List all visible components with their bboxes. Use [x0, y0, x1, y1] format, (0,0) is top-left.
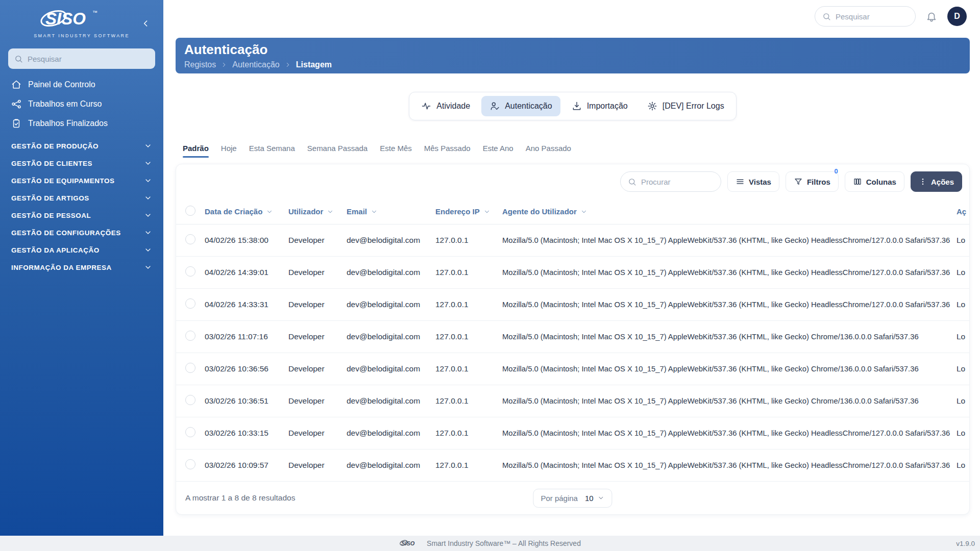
- sidebar-search[interactable]: [8, 48, 155, 69]
- topbar-search-input[interactable]: [836, 12, 908, 21]
- cell-email: dev@belodigital.com: [347, 353, 435, 385]
- auth-log-table: Data de Criação Utilizador Email Endereç…: [176, 199, 969, 482]
- tab-atividade[interactable]: Atividade: [413, 96, 478, 116]
- cell-user: Developer: [288, 417, 347, 449]
- filter-tab-este-mes[interactable]: Este Mês: [380, 144, 412, 158]
- views-button[interactable]: Vistas: [727, 171, 779, 192]
- column-header-date[interactable]: Data de Criação: [205, 199, 288, 224]
- tab-label: [DEV] Error Logs: [663, 102, 724, 111]
- topbar-search[interactable]: [815, 6, 916, 27]
- columns-icon: [853, 177, 862, 186]
- content: Autenticação Registos Autenticação Lista…: [163, 33, 980, 536]
- chevron-right-icon: [284, 61, 291, 68]
- select-all-checkbox[interactable]: [185, 206, 195, 216]
- views-label: Vistas: [749, 178, 771, 186]
- row-checkbox[interactable]: [185, 395, 195, 405]
- row-checkbox[interactable]: [185, 266, 195, 277]
- filter-tab-esta-semana[interactable]: Esta Semana: [249, 144, 295, 158]
- sort-icon: [327, 208, 334, 215]
- clipboard-check-icon: [11, 118, 21, 129]
- table-search[interactable]: [620, 171, 721, 192]
- sidebar-group-gestao-de-equipamentos[interactable]: GESTÃO DE EQUIPAMENTOS: [0, 172, 163, 189]
- module-tabs-wrap: Atividade Autenticação Importação: [176, 92, 970, 120]
- logo-tagline: SMART INDUSTRY SOFTWARE: [34, 33, 130, 38]
- filter-tab-semana-passada[interactable]: Semana Passada: [307, 144, 368, 158]
- tab-importacao[interactable]: Importação: [564, 96, 636, 116]
- chevron-down-icon: [598, 494, 605, 502]
- cell-user-agent: Mozilla/5.0 (Macintosh; Intel Mac OS X 1…: [502, 257, 957, 289]
- columns-button[interactable]: Colunas: [845, 171, 904, 192]
- sidebar-item-trabalhos-finalizados[interactable]: Trabalhos Finalizados: [0, 114, 163, 133]
- cell-date: 03/02/26 10:36:51: [205, 385, 288, 417]
- breadcrumb-registos[interactable]: Registos: [184, 60, 216, 69]
- column-header-user[interactable]: Utilizador: [288, 199, 347, 224]
- cell-user-agent: Mozilla/5.0 (Macintosh; Intel Mac OS X 1…: [502, 385, 957, 417]
- tab-autenticacao[interactable]: Autenticação: [481, 96, 560, 116]
- row-checkbox[interactable]: [185, 298, 195, 309]
- home-icon: [11, 80, 21, 90]
- column-header-ip[interactable]: Endereço IP: [435, 199, 502, 224]
- activity-icon: [421, 101, 431, 111]
- sidebar-group-gestao-da-aplicacao[interactable]: GESTÃO DA APLICAÇÃO: [0, 241, 163, 259]
- row-checkbox[interactable]: [185, 234, 195, 244]
- import-icon: [572, 101, 582, 111]
- row-checkbox[interactable]: [185, 459, 195, 469]
- sidebar-search-input[interactable]: [28, 55, 149, 63]
- page-header: Autenticação Registos Autenticação Lista…: [176, 38, 970, 73]
- cell-user-agent: Mozilla/5.0 (Macintosh; Intel Mac OS X 1…: [502, 449, 957, 482]
- sidebar-group-informacao-da-empresa[interactable]: INFORMAÇÃO DA EMPRESA: [0, 259, 163, 276]
- sidebar-group-label: INFORMAÇÃO DA EMPRESA: [11, 264, 112, 271]
- per-page-select[interactable]: Por página 10: [533, 489, 612, 508]
- search-icon: [14, 55, 23, 63]
- tab-dev-error-logs[interactable]: [DEV] Error Logs: [639, 96, 732, 116]
- sidebar-group-gestao-de-producao[interactable]: GESTÃO DE PRODUÇÃO: [0, 137, 163, 155]
- cell-user: Developer: [288, 353, 347, 385]
- workflow-icon: [11, 99, 21, 109]
- results-summary: A mostrar 1 a 8 de 8 resultados: [185, 493, 295, 503]
- row-checkbox[interactable]: [185, 363, 195, 373]
- filter-tab-mes-passado[interactable]: Mês Passado: [424, 144, 471, 158]
- row-checkbox[interactable]: [185, 427, 195, 437]
- column-header-user-agent[interactable]: Agente do Utilizador: [502, 199, 957, 224]
- funnel-icon: [794, 177, 803, 186]
- filter-tab-hoje[interactable]: Hoje: [221, 144, 237, 158]
- logo-title: SISO: [45, 9, 86, 28]
- sidebar-item-trabalhos-em-curso[interactable]: Trabalhos em Curso: [0, 94, 163, 114]
- filter-tab-este-ano[interactable]: Este Ano: [483, 144, 513, 158]
- actions-button[interactable]: Ações: [911, 171, 962, 192]
- filters-button[interactable]: 0 Filtros: [786, 171, 839, 192]
- per-page-label: Por página: [541, 494, 578, 503]
- table-wrap: Data de Criação Utilizador Email Endereç…: [176, 199, 969, 482]
- sidebar-collapse-icon[interactable]: [141, 18, 151, 29]
- sidebar-group-gestao-de-clientes[interactable]: GESTÃO DE CLIENTES: [0, 155, 163, 172]
- column-header-email[interactable]: Email: [347, 199, 435, 224]
- filter-tabs: Padrão Hoje Esta Semana Semana Passada E…: [176, 144, 970, 158]
- notifications-bell-icon[interactable]: [926, 11, 937, 22]
- row-checkbox[interactable]: [185, 331, 195, 341]
- table-search-input[interactable]: [641, 178, 714, 186]
- cell-date: 04/02/26 15:38:00: [205, 224, 288, 257]
- dots-vertical-icon: [919, 178, 927, 186]
- sidebar-item-label: Painel de Controlo: [28, 80, 95, 89]
- sidebar-group-gestao-de-configuracoes[interactable]: GESTÃO DE CONFIGURAÇÕES: [0, 224, 163, 241]
- chevron-down-icon: [144, 263, 152, 271]
- table-row: 03/02/26 10:33:15 Developer dev@belodigi…: [176, 417, 969, 449]
- filter-tab-padrao[interactable]: Padrão: [183, 144, 209, 158]
- table-row: 03/02/26 10:36:51 Developer dev@belodigi…: [176, 385, 969, 417]
- card-toolbar: Vistas 0 Filtros Colunas: [176, 164, 969, 199]
- siso-logo: SISO ™ SMART INDUSTRY SOFTWARE: [0, 0, 163, 38]
- sidebar-group-gestao-de-artigos[interactable]: GESTÃO DE ARTIGOS: [0, 189, 163, 207]
- cell-date: 03/02/26 10:33:15: [205, 417, 288, 449]
- filter-tab-ano-passado[interactable]: Ano Passado: [526, 144, 571, 158]
- cell-email: dev@belodigital.com: [347, 417, 435, 449]
- column-header-action[interactable]: Aç: [957, 199, 969, 224]
- cell-action: Lo: [957, 417, 969, 449]
- avatar[interactable]: D: [947, 7, 967, 26]
- sidebar-item-painel-de-controlo[interactable]: Painel de Controlo: [0, 75, 163, 94]
- page-footer: SISO Smart Industry Software™ – All Righ…: [0, 536, 980, 551]
- cell-user-agent: Mozilla/5.0 (Macintosh; Intel Mac OS X 1…: [502, 353, 957, 385]
- cell-user-agent: Mozilla/5.0 (Macintosh; Intel Mac OS X 1…: [502, 321, 957, 353]
- breadcrumb-autenticacao[interactable]: Autenticação: [232, 60, 280, 69]
- sidebar-group-gestao-de-pessoal[interactable]: GESTÃO DE PESSOAL: [0, 207, 163, 224]
- main-area: D Autenticação Registos Autenticação Lis…: [163, 0, 980, 536]
